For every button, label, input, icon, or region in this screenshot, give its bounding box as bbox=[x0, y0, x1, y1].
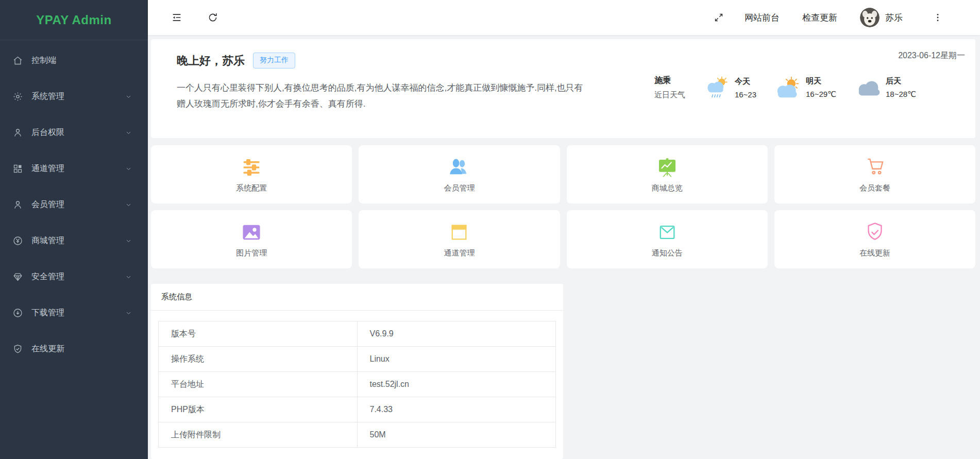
shortcut-image-manage[interactable]: 图片管理 bbox=[151, 210, 352, 268]
weather-widget: 施秉近日天气今天16~23明天16~29℃后天18~28℃ bbox=[654, 75, 916, 100]
sidebar-item-mall[interactable]: 商城管理 bbox=[0, 223, 148, 259]
shield-check-icon bbox=[12, 344, 23, 354]
sidebar-item-channel[interactable]: 通道管理 bbox=[0, 150, 148, 186]
sidebar-item-system[interactable]: 系统管理 bbox=[0, 78, 148, 114]
sidebar-item-label: 控制端 bbox=[31, 55, 56, 66]
system-info-body: 版本号V6.9.9操作系统Linux平台地址test.52jl.cnPHP版本7… bbox=[151, 311, 563, 459]
shortcut-label: 系统配置 bbox=[236, 183, 267, 193]
sun-cloud-rain-icon bbox=[704, 76, 733, 99]
sun-cloud-icon bbox=[775, 76, 804, 99]
sidebar-item-member[interactable]: 会员管理 bbox=[0, 186, 148, 223]
refresh-icon[interactable] bbox=[207, 12, 218, 23]
shortcut-grid: 系统配置会员管理商城总览会员套餐图片管理通道管理通知公告在线更新 bbox=[151, 145, 975, 268]
cart-icon bbox=[861, 156, 888, 179]
shortcut-label: 商城总览 bbox=[652, 183, 683, 193]
shortcut-label: 通知公告 bbox=[652, 248, 683, 258]
users-icon bbox=[446, 156, 472, 179]
chevron-down-icon bbox=[125, 201, 132, 209]
info-row: 上传附件限制50M bbox=[159, 422, 556, 448]
sidebar-item-label: 后台权限 bbox=[31, 127, 64, 138]
check-update-link[interactable]: 检查更新 bbox=[802, 12, 837, 24]
avatar[interactable] bbox=[860, 8, 880, 27]
yen-circle-icon bbox=[12, 235, 23, 246]
info-row-value: 7.4.33 bbox=[357, 397, 556, 422]
sidebar-item-label: 下载管理 bbox=[31, 308, 64, 318]
greeting-title: 晚上好，苏乐 bbox=[177, 53, 245, 69]
shortcut-channel-manage[interactable]: 通道管理 bbox=[359, 210, 560, 268]
shield-check-icon bbox=[861, 220, 888, 244]
greeting-row: 晚上好，苏乐 努力工作 bbox=[177, 53, 960, 69]
home-icon bbox=[12, 55, 23, 66]
chevron-down-icon bbox=[125, 273, 132, 281]
info-row: 平台地址test.52jl.cn bbox=[159, 372, 556, 397]
weather-day-name: 后天 bbox=[886, 76, 916, 86]
shortcut-mall-overview[interactable]: 商城总览 bbox=[567, 145, 768, 203]
sliders-icon bbox=[238, 156, 265, 179]
image-icon bbox=[238, 220, 265, 244]
current-date: 2023-06-12星期一 bbox=[898, 50, 965, 61]
weather-day: 今天16~23 bbox=[704, 76, 756, 99]
more-menu-icon[interactable] bbox=[933, 12, 943, 23]
sidebar: YPAY Admin 控制端系统管理后台权限通道管理会员管理商城管理安全管理下载… bbox=[0, 0, 148, 459]
app-logo: YPAY Admin bbox=[0, 0, 148, 40]
sidebar-item-label: 系统管理 bbox=[31, 91, 64, 102]
info-row-label: 上传附件限制 bbox=[159, 422, 358, 448]
shortcut-label: 会员管理 bbox=[444, 183, 475, 193]
weather-city-label: 近日天气 bbox=[654, 90, 685, 100]
fullscreen-icon[interactable] bbox=[714, 12, 724, 23]
shortcut-label: 通道管理 bbox=[444, 248, 475, 258]
topbar: 网站前台 检查更新 苏乐 bbox=[148, 0, 980, 35]
shortcut-system-config[interactable]: 系统配置 bbox=[151, 145, 352, 203]
username[interactable]: 苏乐 bbox=[885, 12, 903, 24]
chevron-down-icon bbox=[125, 237, 132, 245]
sidebar-item-label: 会员管理 bbox=[31, 199, 64, 210]
chevron-down-icon bbox=[125, 165, 132, 173]
shortcut-member-package[interactable]: 会员套餐 bbox=[774, 145, 975, 203]
shortcut-label: 在线更新 bbox=[859, 248, 890, 258]
shortcut-notice[interactable]: 通知公告 bbox=[567, 210, 768, 268]
info-row-label: 平台地址 bbox=[159, 372, 358, 397]
shortcut-member-manage[interactable]: 会员管理 bbox=[359, 145, 560, 203]
info-row-value: 50M bbox=[357, 422, 556, 448]
weather-day-name: 明天 bbox=[806, 76, 836, 86]
sidebar-item-label: 在线更新 bbox=[31, 344, 64, 354]
collapse-sidebar-icon[interactable] bbox=[171, 12, 182, 23]
site-frontend-link[interactable]: 网站前台 bbox=[745, 12, 780, 24]
info-row-value: test.52jl.cn bbox=[357, 372, 556, 397]
download-circle-icon bbox=[12, 308, 23, 318]
info-row: 版本号V6.9.9 bbox=[159, 321, 556, 347]
chevron-down-icon bbox=[125, 129, 132, 137]
motto-badge: 努力工作 bbox=[253, 53, 295, 69]
sidebar-item-console[interactable]: 控制端 bbox=[0, 42, 148, 78]
shortcut-label: 图片管理 bbox=[236, 248, 267, 258]
weather-day-info: 明天16~29℃ bbox=[806, 76, 836, 99]
weather-city: 施秉近日天气 bbox=[654, 75, 685, 100]
blocks-icon bbox=[12, 163, 23, 174]
main-area: 网站前台 检查更新 苏乐 晚上好，苏乐 努力工作 一个人只有心里装得下别人,有换… bbox=[148, 0, 980, 459]
mail-icon bbox=[654, 220, 681, 244]
chevron-down-icon bbox=[125, 309, 132, 317]
sidebar-item-label: 安全管理 bbox=[31, 271, 64, 282]
system-info-table: 版本号V6.9.9操作系统Linux平台地址test.52jl.cnPHP版本7… bbox=[158, 321, 556, 448]
sidebar-item-security[interactable]: 安全管理 bbox=[0, 259, 148, 295]
sidebar-item-permission[interactable]: 后台权限 bbox=[0, 114, 148, 150]
sidebar-item-update[interactable]: 在线更新 bbox=[0, 331, 148, 367]
shortcut-label: 会员套餐 bbox=[859, 183, 890, 193]
weather-day: 明天16~29℃ bbox=[775, 76, 836, 99]
weather-day-temp: 18~28℃ bbox=[886, 90, 916, 99]
chart-board-icon bbox=[654, 156, 681, 179]
info-row-value: V6.9.9 bbox=[357, 321, 556, 347]
chevron-down-icon bbox=[125, 93, 132, 100]
sidebar-item-download[interactable]: 下载管理 bbox=[0, 295, 148, 331]
app-root: YPAY Admin 控制端系统管理后台权限通道管理会员管理商城管理安全管理下载… bbox=[0, 0, 980, 459]
sidebar-menu: 控制端系统管理后台权限通道管理会员管理商城管理安全管理下载管理在线更新 bbox=[0, 40, 148, 367]
window-icon bbox=[446, 220, 472, 244]
shortcut-online-update[interactable]: 在线更新 bbox=[774, 210, 975, 268]
info-row-label: 操作系统 bbox=[159, 347, 358, 372]
sidebar-item-label: 通道管理 bbox=[31, 163, 64, 174]
weather-city-name: 施秉 bbox=[654, 75, 685, 86]
weather-day-temp: 16~23 bbox=[735, 90, 756, 99]
info-row-label: 版本号 bbox=[159, 321, 358, 347]
sidebar-item-label: 商城管理 bbox=[31, 235, 64, 246]
weather-day-temp: 16~29℃ bbox=[806, 90, 836, 99]
